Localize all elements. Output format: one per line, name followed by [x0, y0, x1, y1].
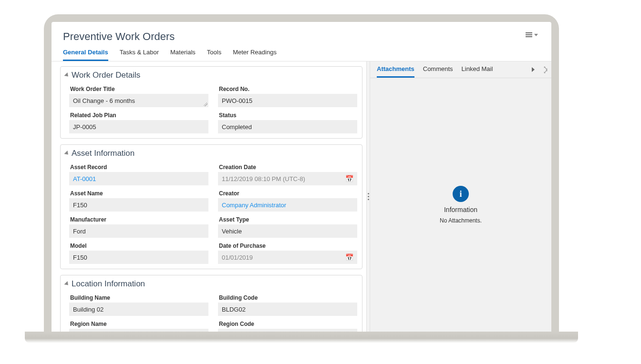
section-toggle-location[interactable]: Location Information — [61, 275, 362, 292]
field-region-name: Region Name — [69, 318, 208, 332]
content-split: Work Order Details Work Order Title Oil … — [52, 61, 551, 332]
manufacturer-input[interactable]: Ford — [69, 224, 208, 238]
model-input[interactable]: F150 — [69, 251, 208, 264]
tabs-scroll-right-button[interactable] — [532, 67, 535, 72]
field-label: Region Name — [70, 321, 208, 327]
field-label: Date of Purchase — [219, 243, 357, 249]
calendar-icon[interactable]: 📅 — [345, 175, 353, 182]
info-icon: i — [453, 186, 469, 202]
main-tabs: General Details Tasks & Labor Materials … — [52, 43, 551, 61]
section-work-order-details: Work Order Details Work Order Title Oil … — [60, 66, 362, 139]
building-code-input[interactable]: BLDG02 — [218, 303, 357, 316]
field-label: Building Code — [219, 294, 357, 301]
tab-comments[interactable]: Comments — [423, 65, 453, 78]
field-label: Creation Date — [219, 164, 357, 171]
section-toggle-work-order[interactable]: Work Order Details — [61, 67, 362, 83]
field-asset-record: Asset Record AT-0001 — [69, 161, 208, 185]
tab-meter-readings[interactable]: Meter Readings — [233, 49, 277, 61]
application-screen: Preventive Work Orders General Details T… — [52, 22, 551, 332]
field-label: Work Order Title — [70, 86, 208, 92]
field-text: 11/12/2019 08:10 PM (UTC-8) — [222, 175, 305, 182]
hamburger-icon — [526, 32, 532, 37]
field-label: Asset Name — [70, 190, 208, 197]
status-input[interactable]: Completed — [218, 120, 357, 133]
tab-attachments[interactable]: Attachments — [377, 65, 414, 78]
field-asset-name: Asset Name F150 — [69, 187, 208, 212]
device-base — [25, 332, 578, 343]
section-toggle-asset[interactable]: Asset Information — [61, 145, 362, 161]
field-region-code: Region Code — [218, 318, 357, 332]
field-asset-type: Asset Type Vehicle — [218, 213, 357, 238]
field-label: Asset Record — [70, 164, 208, 171]
field-building-code: Building Code BLDG02 — [218, 292, 357, 316]
info-heading: Information — [444, 206, 477, 213]
chevron-down-icon — [534, 34, 538, 36]
field-work-order-title: Work Order Title Oil Change - 6 months — [69, 83, 208, 107]
field-manufacturer: Manufacturer Ford — [69, 213, 208, 238]
calendar-icon[interactable]: 📅 — [345, 253, 353, 261]
tab-general-details[interactable]: General Details — [63, 49, 108, 61]
work-order-title-input[interactable]: Oil Change - 6 months — [69, 94, 208, 107]
section-title: Work Order Details — [72, 71, 140, 80]
record-no-input[interactable]: PWO-0015 — [218, 94, 357, 107]
field-date-of-purchase: Date of Purchase 01/01/2019 📅 — [218, 240, 357, 264]
right-tabs-row: Attachments Comments Linked Mail ⤡⤢ — [370, 61, 551, 78]
asset-record-link[interactable]: AT-0001 — [69, 172, 208, 185]
creation-date-input[interactable]: 11/12/2019 08:10 PM (UTC-8) 📅 — [218, 172, 357, 185]
field-creation-date: Creation Date 11/12/2019 08:10 PM (UTC-8… — [218, 161, 357, 185]
resize-handle-icon[interactable] — [204, 102, 207, 106]
field-label: Creator — [219, 190, 357, 197]
page-title: Preventive Work Orders — [63, 30, 175, 43]
pane-splitter[interactable] — [366, 61, 370, 332]
field-label: Record No. — [219, 86, 357, 92]
date-of-purchase-input[interactable]: 01/01/2019 📅 — [218, 251, 357, 264]
collapse-icon — [64, 281, 70, 287]
field-text: 01/01/2019 — [222, 254, 253, 261]
tab-materials[interactable]: Materials — [170, 49, 196, 61]
field-model: Model F150 — [69, 240, 208, 264]
collapse-icon — [64, 151, 70, 156]
expand-panel-button[interactable]: ⤡⤢ — [543, 67, 548, 73]
section-title: Asset Information — [72, 149, 134, 158]
building-name-input[interactable]: Building 02 — [69, 303, 208, 316]
form-scroll-pane[interactable]: Work Order Details Work Order Title Oil … — [52, 61, 366, 332]
field-label: Related Job Plan — [70, 112, 208, 119]
related-job-plan-input[interactable]: JP-0005 — [69, 120, 208, 133]
splitter-handle-icon[interactable] — [368, 193, 369, 200]
asset-name-input[interactable]: F150 — [69, 198, 208, 212]
section-location-information: Location Information Building Name Build… — [60, 275, 362, 332]
attachments-empty-state: i Information No Attachments. — [370, 78, 551, 332]
page-header: Preventive Work Orders — [52, 22, 551, 43]
section-title: Location Information — [72, 279, 145, 289]
field-label: Building Name — [70, 294, 208, 301]
section-asset-information: Asset Information Asset Record AT-0001 C… — [60, 144, 362, 269]
creator-link[interactable]: Company Administrator — [218, 198, 357, 212]
field-label: Manufacturer — [70, 216, 208, 223]
header-menu-button[interactable] — [524, 30, 540, 39]
tab-linked-mail[interactable]: Linked Mail — [462, 65, 493, 78]
right-panel: Attachments Comments Linked Mail ⤡⤢ i In… — [370, 61, 551, 332]
field-label: Asset Type — [219, 216, 357, 223]
tab-tasks-labor[interactable]: Tasks & Labor — [120, 49, 159, 61]
info-message: No Attachments. — [440, 217, 482, 224]
field-text: Oil Change - 6 months — [73, 97, 135, 104]
device-frame: Preventive Work Orders General Details T… — [44, 14, 559, 332]
field-label: Model — [70, 243, 208, 249]
field-label: Status — [219, 112, 357, 119]
field-creator: Creator Company Administrator — [218, 187, 357, 212]
collapse-icon — [64, 72, 70, 78]
field-related-job-plan: Related Job Plan JP-0005 — [69, 109, 208, 133]
field-building-name: Building Name Building 02 — [69, 292, 208, 316]
field-record-no: Record No. PWO-0015 — [218, 83, 357, 107]
tab-tools[interactable]: Tools — [207, 49, 221, 61]
field-label: Region Code — [219, 321, 357, 327]
field-status: Status Completed — [218, 109, 357, 133]
asset-type-input[interactable]: Vehicle — [218, 224, 357, 238]
